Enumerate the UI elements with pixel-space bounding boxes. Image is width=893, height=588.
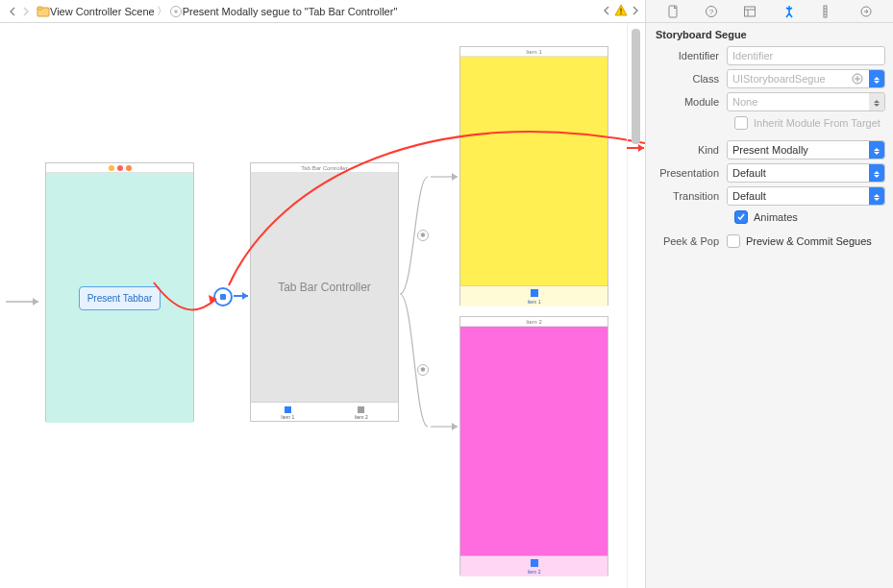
tab-item-icon: [531, 559, 538, 567]
preview-commit-label: Preview & Commit Segues: [746, 235, 872, 247]
inspector-panel: ? Storyboard Segue Identifier Class UISt…: [645, 0, 893, 588]
nav-back-button[interactable]: [6, 5, 19, 18]
breadcrumb-segue[interactable]: Present Modally segue to "Tab Bar Contro…: [183, 6, 398, 17]
peek-pop-label: Peek & Pop: [646, 235, 727, 247]
help-inspector-tab[interactable]: ?: [701, 3, 722, 20]
present-tabbar-button[interactable]: Present Tabbar: [79, 286, 161, 310]
tab-item-icon: [285, 406, 291, 413]
inherit-module-checkbox[interactable]: [734, 116, 748, 130]
view-controller-scene[interactable]: Present Tabbar: [45, 162, 194, 422]
presentation-label: Presentation: [646, 167, 727, 179]
item1-view: [460, 57, 608, 285]
identifier-label: Identifier: [646, 50, 727, 61]
inherit-module-label: Inherit Module From Target: [754, 117, 881, 129]
canvas-scrollbar[interactable]: [627, 23, 645, 588]
scene-header: [46, 163, 193, 173]
animates-label: Animates: [754, 211, 798, 223]
tab-bar-controller-body: Tab Bar Controller: [251, 173, 398, 402]
item2-scene[interactable]: Item 2 Item 2: [459, 316, 608, 576]
tab-item-label: Item 1: [281, 414, 294, 420]
module-value-placeholder: None: [732, 96, 757, 108]
scene-title: Item 1: [526, 47, 542, 57]
class-value-placeholder: UIStoryboardSegue: [732, 73, 826, 85]
identity-inspector-tab[interactable]: [739, 3, 760, 20]
svg-rect-3: [174, 10, 177, 12]
tab-item-icon: [531, 289, 538, 297]
dot-icon: [126, 165, 132, 171]
svg-text:?: ?: [709, 8, 714, 16]
module-label: Module: [646, 96, 727, 108]
view-controller-view: Present Tabbar: [46, 173, 193, 423]
warning-icon[interactable]: [614, 4, 628, 19]
scene-header: Item 1: [460, 47, 608, 57]
svg-rect-11: [745, 7, 756, 16]
jump-bar: View Controller Scene 〉 Present Modally …: [0, 0, 645, 23]
storyboard-canvas[interactable]: Present Tabbar Tab Bar Controller Tab Ba…: [0, 23, 627, 588]
tab-item-label: Item 1: [528, 299, 541, 305]
initial-vc-arrow-icon: [6, 292, 44, 311]
tab-item: Item 2: [325, 403, 399, 423]
attributes-inspector-tab[interactable]: [779, 3, 800, 20]
identifier-field[interactable]: [727, 46, 885, 65]
scene-header: Tab Bar Controller: [251, 163, 398, 173]
scrollbar-thumb[interactable]: [632, 29, 640, 144]
inspector-tabs: ?: [646, 0, 893, 23]
dot-icon: [117, 165, 123, 171]
nav-next-issue-button[interactable]: [632, 6, 639, 17]
connections-inspector-tab[interactable]: [856, 3, 877, 20]
size-inspector-tab[interactable]: [817, 3, 838, 20]
class-select[interactable]: UIStoryboardSegue: [727, 69, 885, 88]
animates-checkbox[interactable]: [734, 210, 748, 224]
chevron-right-icon: 〉: [157, 4, 167, 18]
svg-rect-4: [620, 8, 621, 12]
kind-label: Kind: [646, 144, 727, 156]
scene-title: Tab Bar Controller: [301, 163, 347, 173]
relationship-segue-icon[interactable]: ✱: [417, 364, 429, 376]
tab-item: Item 1: [251, 403, 325, 423]
relationship-segue-icon[interactable]: ✱: [417, 230, 429, 241]
tab-bar-controller-scene[interactable]: Tab Bar Controller Tab Bar Controller It…: [250, 162, 399, 422]
module-select[interactable]: None: [727, 92, 885, 111]
preview-commit-checkbox[interactable]: [727, 234, 740, 248]
scene-header: Item 2: [460, 317, 608, 327]
segue-glyph-icon[interactable]: [213, 287, 233, 306]
transition-select[interactable]: Default: [727, 186, 885, 206]
tab-item-label: Item 2: [528, 569, 541, 575]
presentation-select[interactable]: Default: [727, 163, 885, 183]
tab-item-icon: [358, 406, 364, 413]
presentation-value: Default: [732, 167, 766, 179]
class-label: Class: [646, 73, 727, 85]
transition-value: Default: [732, 190, 766, 202]
transition-label: Transition: [646, 190, 727, 202]
tab-bar-preview: Item 2: [460, 555, 608, 576]
segue-crumb-icon: [169, 5, 183, 18]
class-clear-icon[interactable]: [850, 71, 865, 86]
svg-rect-5: [620, 12, 621, 13]
kind-select[interactable]: Present Modally: [727, 140, 885, 159]
tab-bar-preview: Item 1: [460, 285, 608, 306]
inspector-section-title: Storyboard Segue: [646, 23, 893, 44]
tab-item-label: Item 2: [355, 414, 368, 420]
file-inspector-tab[interactable]: [662, 3, 683, 20]
kind-value: Present Modally: [732, 144, 808, 156]
nav-prev-issue-button[interactable]: [603, 6, 610, 17]
breadcrumb-scene[interactable]: View Controller Scene: [50, 6, 155, 17]
item2-view: [460, 327, 608, 555]
tab-bar: Item 1 Item 2: [251, 402, 398, 423]
nav-forward-button[interactable]: [19, 5, 33, 18]
scene-folder-icon: [37, 5, 50, 18]
svg-rect-1: [37, 7, 42, 10]
dot-icon: [109, 165, 114, 171]
item1-scene[interactable]: Item 1 Item 1: [459, 46, 608, 306]
scene-title: Item 2: [526, 317, 542, 327]
